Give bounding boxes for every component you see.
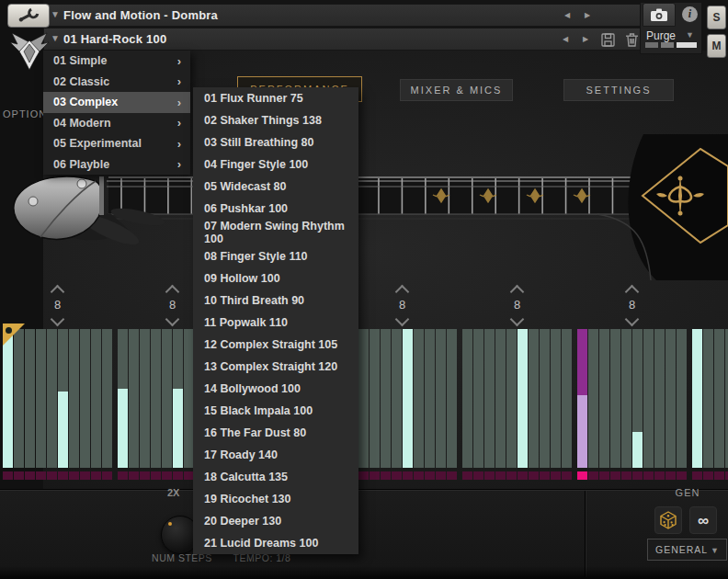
step-column[interactable] — [473, 329, 483, 468]
step-column[interactable] — [632, 329, 643, 468]
accent-cell[interactable] — [473, 471, 483, 480]
accent-cell[interactable] — [370, 471, 380, 480]
step-column[interactable] — [654, 329, 665, 468]
step-column[interactable] — [358, 329, 369, 468]
step-column[interactable] — [677, 329, 687, 468]
step-column[interactable] — [173, 329, 183, 468]
mute-button[interactable]: M — [707, 34, 726, 58]
preset-menu-item[interactable]: 17 Roady 140 — [193, 444, 358, 466]
accent-cell[interactable] — [447, 471, 457, 480]
accent-cell[interactable] — [102, 471, 112, 480]
accent-cell[interactable] — [436, 471, 446, 480]
preset-menu-item[interactable]: 13 Complex Straight 120 — [193, 356, 358, 378]
preset-menu-item[interactable]: 19 Ricochet 130 — [193, 488, 358, 510]
preset-menu-item[interactable]: 03 Still Breathing 80 — [193, 131, 358, 153]
accent-cell[interactable] — [654, 471, 665, 480]
accent-cell[interactable] — [577, 471, 587, 480]
step-column[interactable] — [551, 329, 561, 468]
preset-menu-item[interactable]: 02 Shaker Things 138 — [193, 109, 358, 131]
spinner-down-icon[interactable] — [625, 312, 640, 327]
step-column[interactable] — [436, 329, 446, 468]
step-column[interactable] — [518, 329, 528, 468]
category-menu-item[interactable]: 02 Classic› — [43, 72, 190, 93]
delete-icon[interactable] — [625, 32, 639, 47]
next-instrument-icon[interactable]: ▶ — [585, 11, 590, 19]
steps-spinner[interactable]: 8 — [347, 283, 457, 327]
accent-cell[interactable] — [58, 471, 68, 480]
step-column[interactable] — [621, 329, 631, 468]
accent-cell[interactable] — [518, 471, 528, 480]
accent-cell[interactable] — [462, 471, 472, 480]
accent-cell[interactable] — [484, 471, 495, 480]
preset-menu-item[interactable]: 16 The Far Dust 80 — [193, 422, 358, 444]
preset-menu-item[interactable]: 01 Flux Runner 75 — [193, 87, 358, 109]
preset-menu-item[interactable]: 20 Deeper 130 — [193, 510, 358, 532]
step-column[interactable] — [529, 329, 539, 468]
solo-button[interactable]: S — [707, 6, 726, 29]
steps-spinner[interactable]: 8 — [462, 283, 572, 327]
accent-cell[interactable] — [162, 471, 172, 480]
general-dropdown[interactable]: GENERAL ▼ — [647, 539, 727, 561]
step-column[interactable] — [151, 329, 161, 468]
step-column[interactable] — [714, 329, 724, 468]
step-column[interactable] — [80, 329, 90, 468]
step-column[interactable] — [610, 329, 620, 468]
steps-spinner[interactable]: 8 — [692, 283, 728, 327]
step-column[interactable] — [69, 329, 79, 468]
accent-cell[interactable] — [506, 471, 517, 480]
accent-cell[interactable] — [69, 471, 79, 480]
accent-cell[interactable] — [632, 471, 643, 480]
preset-menu-item[interactable]: 09 Hollow 100 — [193, 267, 358, 290]
step-column[interactable] — [703, 329, 713, 468]
accent-cell[interactable] — [392, 471, 402, 480]
step-column[interactable] — [47, 329, 57, 468]
loop-infinite-button[interactable]: ∞ — [689, 506, 717, 534]
preset-menu-item[interactable]: 18 Calcutta 135 — [193, 466, 358, 488]
step-column[interactable] — [588, 329, 598, 468]
category-menu-item[interactable]: 06 Playble› — [43, 154, 190, 176]
spinner-up-icon[interactable] — [510, 285, 525, 300]
info-icon[interactable]: i — [682, 6, 698, 22]
step-column[interactable] — [540, 329, 550, 468]
category-menu-item[interactable]: 05 Experimental› — [43, 133, 190, 154]
snapshot-view-tab[interactable] — [643, 3, 676, 27]
next-preset-icon[interactable]: ▶ — [583, 35, 588, 43]
steps-spinner[interactable]: 8 — [3, 283, 112, 327]
accent-cell[interactable] — [692, 471, 702, 480]
category-menu-item[interactable]: 01 Simple› — [43, 51, 190, 72]
accent-cell[interactable] — [14, 471, 24, 480]
preset-menu-item[interactable]: 04 Finger Style 100 — [193, 153, 358, 176]
step-column[interactable] — [140, 329, 150, 468]
step-column[interactable] — [462, 329, 472, 468]
accent-cell[interactable] — [91, 471, 101, 480]
step-column[interactable] — [447, 329, 457, 468]
accent-cell[interactable] — [403, 471, 413, 480]
step-column[interactable] — [91, 329, 101, 468]
spinner-up-icon[interactable] — [165, 285, 180, 300]
accent-cell[interactable] — [610, 471, 620, 480]
accent-cell[interactable] — [495, 471, 506, 480]
step-column[interactable] — [392, 329, 402, 468]
prev-instrument-icon[interactable]: ◀ — [564, 11, 570, 19]
accent-cell[interactable] — [80, 471, 90, 480]
preset-menu-item[interactable]: 10 Third Breath 90 — [193, 290, 358, 312]
accent-cell[interactable] — [425, 471, 435, 480]
step-column[interactable] — [692, 329, 702, 468]
spinner-up-icon[interactable] — [51, 285, 65, 300]
accent-cell[interactable] — [540, 471, 550, 480]
accent-cell[interactable] — [47, 471, 57, 480]
spinner-up-icon[interactable] — [625, 285, 640, 300]
accent-cell[interactable] — [677, 471, 687, 480]
step-column[interactable] — [58, 329, 68, 468]
accent-cell[interactable] — [599, 471, 609, 480]
preset-menu-item[interactable]: 07 Modern Swing Rhythm 100 — [193, 220, 358, 245]
preset-menu-item[interactable]: 06 Pushkar 100 — [193, 198, 358, 220]
preset-menu-arrow-icon[interactable]: ▼ — [51, 33, 60, 43]
step-column[interactable] — [403, 329, 413, 468]
spinner-down-icon[interactable] — [51, 312, 65, 327]
step-column[interactable] — [162, 329, 172, 468]
options-wrench-button[interactable] — [7, 4, 50, 28]
step-column[interactable] — [381, 329, 391, 468]
tab-mixer-mics[interactable]: MIXER & MICS — [400, 79, 513, 101]
preset-menu-item[interactable]: 08 Finger Style 110 — [193, 245, 358, 267]
